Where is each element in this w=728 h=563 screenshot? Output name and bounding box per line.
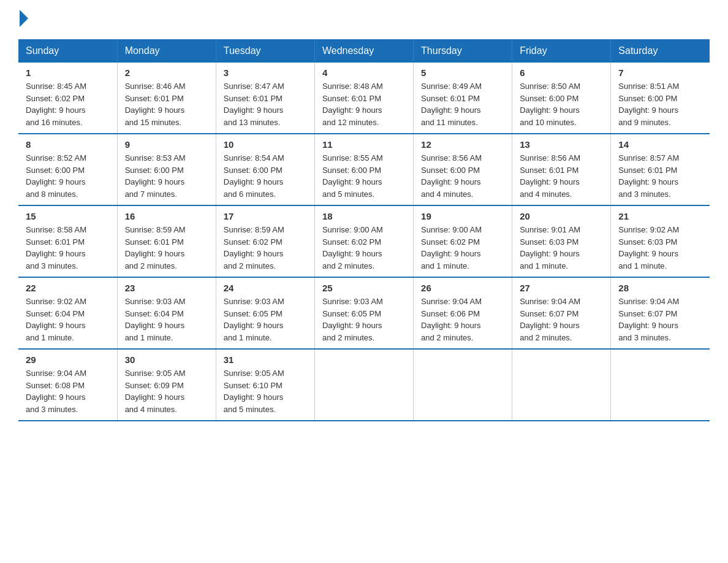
day-info: Sunrise: 9:02 AMSunset: 6:04 PMDaylight:… xyxy=(26,296,110,343)
calendar-day-cell xyxy=(611,349,710,421)
calendar-day-cell: 28 Sunrise: 9:04 AMSunset: 6:07 PMDaylig… xyxy=(611,277,710,349)
day-info: Sunrise: 8:53 AMSunset: 6:00 PMDaylight:… xyxy=(125,152,208,200)
logo xyxy=(18,12,28,27)
calendar-day-cell: 15 Sunrise: 8:58 AMSunset: 6:01 PMDaylig… xyxy=(18,205,117,277)
day-number: 16 xyxy=(125,211,208,221)
calendar-day-cell: 14 Sunrise: 8:57 AMSunset: 6:01 PMDaylig… xyxy=(611,134,710,205)
calendar-day-cell: 17 Sunrise: 8:59 AMSunset: 6:02 PMDaylig… xyxy=(216,205,314,277)
day-number: 31 xyxy=(224,354,307,365)
day-number: 4 xyxy=(322,67,406,78)
day-info: Sunrise: 9:00 AMSunset: 6:02 PMDaylight:… xyxy=(322,224,406,272)
day-info: Sunrise: 9:05 AMSunset: 6:10 PMDaylight:… xyxy=(224,367,307,415)
day-info: Sunrise: 9:03 AMSunset: 6:04 PMDaylight:… xyxy=(125,296,208,343)
day-info: Sunrise: 9:04 AMSunset: 6:07 PMDaylight:… xyxy=(520,296,603,343)
day-number: 24 xyxy=(224,283,307,293)
calendar-day-cell: 10 Sunrise: 8:54 AMSunset: 6:00 PMDaylig… xyxy=(216,134,314,205)
calendar-day-cell xyxy=(314,349,413,421)
day-info: Sunrise: 8:45 AMSunset: 6:02 PMDaylight:… xyxy=(26,80,110,128)
day-number: 6 xyxy=(520,67,603,78)
day-info: Sunrise: 8:47 AMSunset: 6:01 PMDaylight:… xyxy=(224,80,307,128)
day-info: Sunrise: 8:46 AMSunset: 6:01 PMDaylight:… xyxy=(125,80,208,128)
day-info: Sunrise: 9:04 AMSunset: 6:08 PMDaylight:… xyxy=(26,367,110,415)
day-of-week-header: Friday xyxy=(512,39,611,63)
day-info: Sunrise: 8:56 AMSunset: 6:00 PMDaylight:… xyxy=(421,152,504,200)
day-info: Sunrise: 8:56 AMSunset: 6:01 PMDaylight:… xyxy=(520,152,603,200)
calendar-day-cell: 16 Sunrise: 8:59 AMSunset: 6:01 PMDaylig… xyxy=(117,205,216,277)
calendar-header-row: SundayMondayTuesdayWednesdayThursdayFrid… xyxy=(18,39,710,63)
day-info: Sunrise: 9:01 AMSunset: 6:03 PMDaylight:… xyxy=(520,224,603,272)
day-number: 15 xyxy=(26,211,110,221)
day-info: Sunrise: 8:59 AMSunset: 6:01 PMDaylight:… xyxy=(125,224,208,272)
day-info: Sunrise: 9:03 AMSunset: 6:05 PMDaylight:… xyxy=(224,296,307,343)
calendar-day-cell: 24 Sunrise: 9:03 AMSunset: 6:05 PMDaylig… xyxy=(216,277,314,349)
day-info: Sunrise: 8:59 AMSunset: 6:02 PMDaylight:… xyxy=(224,224,307,272)
calendar-day-cell: 13 Sunrise: 8:56 AMSunset: 6:01 PMDaylig… xyxy=(512,134,611,205)
calendar-day-cell: 25 Sunrise: 9:03 AMSunset: 6:05 PMDaylig… xyxy=(314,277,413,349)
day-number: 12 xyxy=(421,139,504,150)
day-number: 27 xyxy=(520,283,603,293)
day-number: 11 xyxy=(322,139,406,150)
calendar-day-cell: 21 Sunrise: 9:02 AMSunset: 6:03 PMDaylig… xyxy=(611,205,710,277)
calendar-table: SundayMondayTuesdayWednesdayThursdayFrid… xyxy=(18,39,710,421)
calendar-day-cell: 19 Sunrise: 9:00 AMSunset: 6:02 PMDaylig… xyxy=(414,205,512,277)
day-number: 14 xyxy=(618,139,702,150)
calendar-day-cell: 8 Sunrise: 8:52 AMSunset: 6:00 PMDayligh… xyxy=(18,134,117,205)
calendar-day-cell: 27 Sunrise: 9:04 AMSunset: 6:07 PMDaylig… xyxy=(512,277,611,349)
day-number: 10 xyxy=(224,139,307,150)
calendar-day-cell: 31 Sunrise: 9:05 AMSunset: 6:10 PMDaylig… xyxy=(216,349,314,421)
day-info: Sunrise: 8:50 AMSunset: 6:00 PMDaylight:… xyxy=(520,80,603,128)
calendar-week-row: 22 Sunrise: 9:02 AMSunset: 6:04 PMDaylig… xyxy=(18,277,710,349)
day-number: 13 xyxy=(520,139,603,150)
day-number: 1 xyxy=(26,67,110,78)
day-info: Sunrise: 8:54 AMSunset: 6:00 PMDaylight:… xyxy=(224,152,307,200)
calendar-day-cell xyxy=(414,349,512,421)
page-header xyxy=(18,12,710,27)
day-of-week-header: Wednesday xyxy=(314,39,413,63)
calendar-week-row: 8 Sunrise: 8:52 AMSunset: 6:00 PMDayligh… xyxy=(18,134,710,205)
calendar-day-cell xyxy=(512,349,611,421)
day-info: Sunrise: 8:51 AMSunset: 6:00 PMDaylight:… xyxy=(618,80,702,128)
calendar-week-row: 29 Sunrise: 9:04 AMSunset: 6:08 PMDaylig… xyxy=(18,349,710,421)
calendar-day-cell: 6 Sunrise: 8:50 AMSunset: 6:00 PMDayligh… xyxy=(512,63,611,134)
day-info: Sunrise: 9:04 AMSunset: 6:07 PMDaylight:… xyxy=(618,296,702,343)
day-info: Sunrise: 9:04 AMSunset: 6:06 PMDaylight:… xyxy=(421,296,504,343)
day-number: 30 xyxy=(125,354,208,365)
calendar-day-cell: 4 Sunrise: 8:48 AMSunset: 6:01 PMDayligh… xyxy=(314,63,413,134)
day-number: 7 xyxy=(618,67,702,78)
day-of-week-header: Monday xyxy=(117,39,216,63)
day-number: 26 xyxy=(421,283,504,293)
day-info: Sunrise: 8:49 AMSunset: 6:01 PMDaylight:… xyxy=(421,80,504,128)
day-info: Sunrise: 8:55 AMSunset: 6:00 PMDaylight:… xyxy=(322,152,406,200)
day-info: Sunrise: 9:05 AMSunset: 6:09 PMDaylight:… xyxy=(125,367,208,415)
day-info: Sunrise: 8:57 AMSunset: 6:01 PMDaylight:… xyxy=(618,152,702,200)
logo-triangle-icon xyxy=(20,10,28,27)
day-info: Sunrise: 9:03 AMSunset: 6:05 PMDaylight:… xyxy=(322,296,406,343)
calendar-day-cell: 22 Sunrise: 9:02 AMSunset: 6:04 PMDaylig… xyxy=(18,277,117,349)
calendar-day-cell: 29 Sunrise: 9:04 AMSunset: 6:08 PMDaylig… xyxy=(18,349,117,421)
day-number: 20 xyxy=(520,211,603,221)
day-number: 17 xyxy=(224,211,307,221)
calendar-day-cell: 7 Sunrise: 8:51 AMSunset: 6:00 PMDayligh… xyxy=(611,63,710,134)
day-info: Sunrise: 8:58 AMSunset: 6:01 PMDaylight:… xyxy=(26,224,110,272)
calendar-day-cell: 11 Sunrise: 8:55 AMSunset: 6:00 PMDaylig… xyxy=(314,134,413,205)
day-number: 28 xyxy=(618,283,702,293)
calendar-day-cell: 12 Sunrise: 8:56 AMSunset: 6:00 PMDaylig… xyxy=(414,134,512,205)
day-of-week-header: Thursday xyxy=(414,39,512,63)
day-number: 18 xyxy=(322,211,406,221)
calendar-day-cell: 20 Sunrise: 9:01 AMSunset: 6:03 PMDaylig… xyxy=(512,205,611,277)
day-of-week-header: Sunday xyxy=(18,39,117,63)
day-number: 8 xyxy=(26,139,110,150)
calendar-day-cell: 1 Sunrise: 8:45 AMSunset: 6:02 PMDayligh… xyxy=(18,63,117,134)
day-number: 29 xyxy=(26,354,110,365)
day-info: Sunrise: 9:02 AMSunset: 6:03 PMDaylight:… xyxy=(618,224,702,272)
day-number: 22 xyxy=(26,283,110,293)
day-of-week-header: Tuesday xyxy=(216,39,314,63)
calendar-day-cell: 9 Sunrise: 8:53 AMSunset: 6:00 PMDayligh… xyxy=(117,134,216,205)
calendar-day-cell: 26 Sunrise: 9:04 AMSunset: 6:06 PMDaylig… xyxy=(414,277,512,349)
day-number: 9 xyxy=(125,139,208,150)
day-info: Sunrise: 8:48 AMSunset: 6:01 PMDaylight:… xyxy=(322,80,406,128)
calendar-day-cell: 3 Sunrise: 8:47 AMSunset: 6:01 PMDayligh… xyxy=(216,63,314,134)
calendar-week-row: 1 Sunrise: 8:45 AMSunset: 6:02 PMDayligh… xyxy=(18,63,710,134)
day-number: 21 xyxy=(618,211,702,221)
day-number: 5 xyxy=(421,67,504,78)
